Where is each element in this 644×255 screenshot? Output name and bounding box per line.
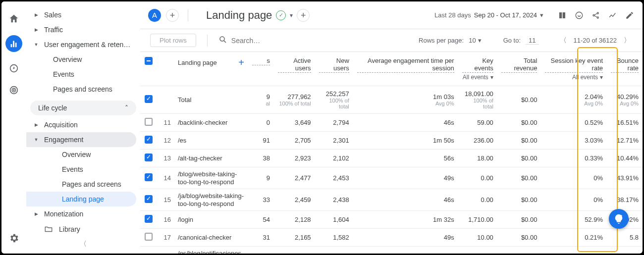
sidebar-item-events[interactable]: Events <box>26 67 136 82</box>
cell-session-key: 52.9% <box>541 211 607 229</box>
cell-landing[interactable]: /blog/website-taking-too-long-to-respond <box>174 167 248 189</box>
home-icon[interactable] <box>8 13 19 24</box>
add-comparison-button[interactable]: + <box>166 9 179 22</box>
table-row[interactable]: 12 /es 91 2,705 2,301 1m 50s 236.00 $0.0… <box>140 132 643 150</box>
table-row[interactable]: 17 /canonical-checker 31 2,165 1,582 49s… <box>140 229 643 247</box>
add-custom-button[interactable]: + <box>297 9 310 22</box>
sidebar-item-engagement[interactable]: ▼Engagement <box>26 132 136 147</box>
add-dimension-icon[interactable]: + <box>238 57 244 68</box>
checkbox-icon[interactable] <box>145 95 153 103</box>
checkbox-icon[interactable] <box>145 233 153 241</box>
chevron-down-icon[interactable]: ▾ <box>490 74 493 81</box>
checkbox-icon[interactable] <box>145 215 153 223</box>
sidebar-item-engagement-retention[interactable]: ▼User engagement & retention <box>26 37 136 52</box>
cell-session-key: 0.09% <box>541 247 607 254</box>
chevron-down-icon[interactable]: ▾ <box>600 74 603 81</box>
header-active[interactable]: Active users <box>274 52 315 86</box>
table-wrap[interactable]: Landing page+ s Active users New users A… <box>140 52 643 254</box>
sidebar-item-traffic[interactable]: ▶Traffic <box>26 22 136 37</box>
search-input[interactable] <box>231 37 330 45</box>
cell-session-key: 0.21% <box>541 229 607 247</box>
sidebar-item-monetization[interactable]: ▶Monetization <box>26 206 136 221</box>
sidebar-item-pages-screens[interactable]: Pages and screens <box>26 82 136 97</box>
rpp-label: Rows per page: <box>419 37 464 44</box>
sidebar-item-sales[interactable]: ▶Sales <box>26 7 136 22</box>
row-index: 13 <box>157 150 174 167</box>
table-row[interactable]: 16 /login 54 2,128 1,604 1m 32s 1,710.00… <box>140 211 643 229</box>
header-key-events[interactable]: Key eventsAll events▾ <box>458 52 497 86</box>
label: Events <box>62 165 131 173</box>
checkbox-icon[interactable] <box>145 136 153 144</box>
chevron-down-icon[interactable]: ▾ <box>290 12 293 19</box>
prev-page-button[interactable]: 〈 <box>558 36 569 45</box>
cell-avg: 46s <box>353 189 458 211</box>
sidebar-sub-events[interactable]: Events <box>26 162 136 177</box>
header-checkbox[interactable] <box>140 52 157 86</box>
cell-landing[interactable]: /login <box>174 211 248 229</box>
date-range-picker[interactable]: Last 28 days Sep 20 - Oct 17, 2024 ▾ <box>434 11 543 19</box>
explore-icon[interactable] <box>8 63 19 74</box>
table-row[interactable]: 18 /es/blog/notificaciones-push-que-son-… <box>140 247 643 254</box>
cell-active: 2,923 <box>274 150 315 167</box>
customize-icon[interactable] <box>557 10 567 20</box>
svg-point-3 <box>13 90 14 91</box>
cell-landing[interactable]: /backlink-checker <box>174 114 248 132</box>
cell-landing[interactable]: /ja/blog/website-taking-too-long-to-resp… <box>174 189 248 211</box>
edit-icon[interactable] <box>625 10 635 20</box>
cell-landing[interactable]: /alt-tag-checker <box>174 150 248 167</box>
settings-icon[interactable] <box>8 233 19 244</box>
sidebar-item-overview[interactable]: Overview <box>26 52 136 67</box>
table-row[interactable]: 15 /ja/blog/website-taking-too-long-to-r… <box>140 189 643 211</box>
account-chip[interactable]: A <box>148 9 161 22</box>
cell-landing[interactable]: /es/blog/notificaciones-push-que-son-por… <box>174 247 248 254</box>
checkbox-icon[interactable] <box>145 195 153 203</box>
checkbox-indeterminate-icon[interactable] <box>145 57 153 65</box>
folder-icon <box>44 225 53 234</box>
label: All events <box>463 74 488 81</box>
cell-new: 2,146 <box>315 247 353 254</box>
table-row[interactable]: 14 /blog/website-taking-too-long-to-resp… <box>140 167 643 189</box>
cell-key: 4.00 <box>458 247 497 254</box>
divider <box>188 9 188 21</box>
checkbox-icon[interactable] <box>145 118 153 126</box>
cell-bounce: 10.44% <box>607 150 643 167</box>
checkbox-icon[interactable] <box>145 153 153 161</box>
cell-avg: 49s <box>353 167 458 189</box>
next-page-button[interactable]: 〉 <box>622 36 633 45</box>
table-row[interactable]: 13 /alt-tag-checker 38 2,923 2,102 56s 1… <box>140 150 643 167</box>
header-avg-engagement[interactable]: Average engagement time per session <box>353 52 458 86</box>
sidebar-group-life-cycle[interactable]: Life cycle ˄ <box>30 101 136 115</box>
cell-sessions: 54 <box>248 211 274 229</box>
verified-icon[interactable]: ✓ <box>276 10 286 20</box>
sidebar-sub-pages[interactable]: Pages and screens <box>26 177 136 192</box>
rpp-select[interactable]: 10 ▾ <box>469 37 481 44</box>
header-bounce[interactable]: Bounce rate <box>607 52 643 86</box>
insights-fab[interactable] <box>609 209 629 229</box>
reports-icon[interactable] <box>5 35 22 52</box>
share-icon[interactable] <box>591 10 601 20</box>
label: Sales <box>44 11 131 19</box>
header-sessions[interactable]: s <box>248 52 274 86</box>
cell-avg: 49s <box>353 229 458 247</box>
cell-landing[interactable]: /canonical-checker <box>174 229 248 247</box>
cell-session-key: 0% <box>541 167 607 189</box>
icon-rail <box>1 1 26 254</box>
checkbox-icon[interactable] <box>145 173 153 181</box>
page-title: Landing page ✓ ▾ + <box>206 9 310 22</box>
insights-icon[interactable] <box>574 10 584 20</box>
sidebar-item-library[interactable]: Library <box>26 221 136 237</box>
cell-landing[interactable]: /es <box>174 132 248 150</box>
sidebar-item-acquisition[interactable]: ▶Acquisition <box>26 117 136 132</box>
header-revenue[interactable]: Total revenue <box>497 52 541 86</box>
header-new[interactable]: New users <box>315 52 353 86</box>
trend-icon[interactable] <box>608 10 618 20</box>
sidebar-sub-landing[interactable]: Landing page <box>26 192 136 206</box>
sidebar-sub-overview[interactable]: Overview <box>26 147 136 162</box>
header-session-key-rate[interactable]: Session key event rateAll events▾ <box>541 52 607 86</box>
goto-input[interactable]: 11 <box>526 37 538 45</box>
table-row[interactable]: 11 /backlink-checker 0 3,649 2,794 46s 5… <box>140 114 643 132</box>
header-landing[interactable]: Landing page+ <box>174 52 248 86</box>
advertising-icon[interactable] <box>8 85 19 96</box>
plot-rows-button[interactable]: Plot rows <box>150 34 196 47</box>
collapse-sidebar-button[interactable]: 〈 <box>80 240 87 249</box>
